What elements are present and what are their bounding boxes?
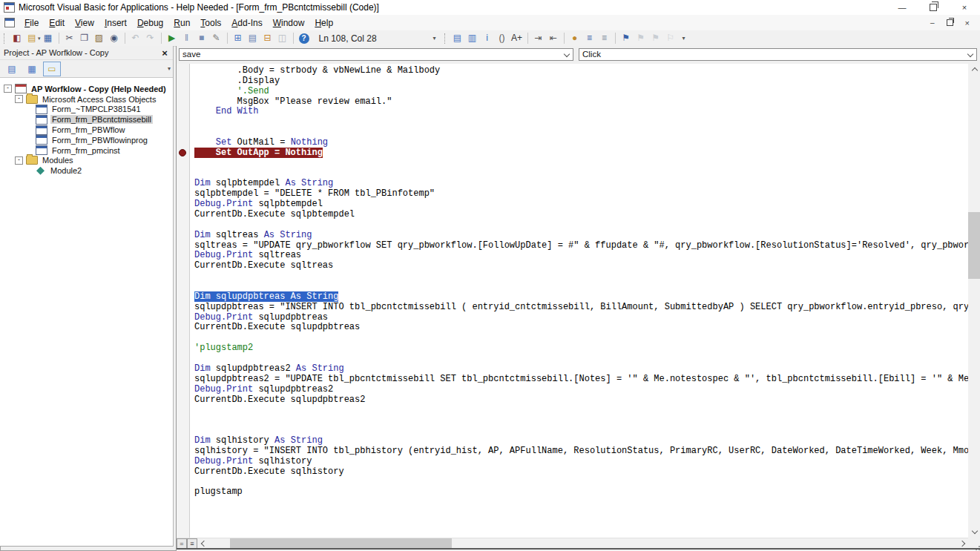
indent-icon[interactable]: ⇥ [532,32,545,44]
parameter-info-icon[interactable]: () [496,32,509,44]
clear-bookmarks-icon[interactable]: ⚐ [664,32,677,44]
code-line [194,128,968,138]
undo-icon[interactable]: ↶ [129,32,142,44]
object-dropdown-value: save [182,50,200,59]
object-browser-icon[interactable]: ◫ [276,32,289,44]
minimize-button[interactable]: — [887,0,918,15]
code-line [194,169,968,179]
tree-item-form-frm-pbwflowinprog[interactable]: Form_frm_PBWflowinprog [0,135,173,145]
copy-icon[interactable]: ❐ [78,32,91,44]
list-properties-icon[interactable]: ▤ [451,32,464,44]
toggle-breakpoint-icon[interactable]: ● [568,32,582,44]
project-panel-close-icon[interactable]: × [158,47,171,59]
full-module-view-button[interactable]: ≡ [187,538,197,549]
scroll-up-button[interactable] [968,64,980,75]
menu-window[interactable]: Window [268,16,310,30]
menu-edit[interactable]: Edit [44,16,70,30]
toolbar-separator [125,33,125,44]
toolbar-separator [59,33,59,44]
find-icon[interactable]: ◉ [108,32,121,44]
dropdown-caret-icon[interactable]: ▾ [38,36,41,42]
previous-bookmark-icon[interactable]: ⚑ [649,32,662,44]
child-minimize-button[interactable]: – [930,19,935,27]
project-toolbar-overflow-icon[interactable]: ▾ [168,65,171,72]
view-object-icon[interactable]: ▦ [23,62,41,76]
horizontal-scrollbar-thumb[interactable] [230,538,452,549]
collapse-expander-icon[interactable]: - [15,95,23,103]
paste-icon[interactable]: ▨ [93,32,106,44]
collapse-expander-icon[interactable]: - [15,156,23,165]
quick-info-icon[interactable]: i [481,32,494,44]
list-constants-icon[interactable]: ▥ [466,32,479,44]
vertical-scrollbar[interactable] [968,64,980,538]
chevron-down-icon [967,51,973,57]
menu-help[interactable]: Help [309,16,338,30]
breakpoint-indicator-icon[interactable] [179,149,186,156]
procedure-dropdown[interactable]: Click [579,48,977,61]
code-line: .Body = strbody & vbNewLine & Mailbody [194,66,968,76]
tree-item-modules[interactable]: -Modules [0,156,173,166]
tree-item-form-frm-pbcntctmissebill[interactable]: Form_frm_PBcntctmissebill [0,114,173,125]
view-code-icon[interactable]: ▤ [3,62,21,76]
object-dropdown[interactable]: save [179,48,573,61]
next-bookmark-icon[interactable]: ⚑ [634,32,648,44]
tree-item-microsoft-access-class-objects[interactable]: -Microsoft Access Class Objects [0,94,173,105]
child-close-button[interactable]: × [965,19,970,27]
horizontal-scrollbar[interactable]: = ≡ [177,538,968,549]
uncomment-block-icon[interactable]: ≡ [598,32,611,44]
scroll-down-button[interactable] [968,527,980,538]
tree-item-form-frm-pbwflow[interactable]: Form_frm_PBWflow [0,125,173,135]
edit-toolbar-grip[interactable] [444,33,447,44]
close-button[interactable]: × [949,0,980,15]
help-icon[interactable]: ? [299,33,309,44]
toolbox-icon[interactable]: ⊟ [261,32,274,44]
code-line: sqlupdpbtreas = "INSERT INTO tbl_pbcntct… [194,303,968,313]
tree-item-form-frm-pmcinst[interactable]: Form_frm_pmcinst [0,145,173,156]
child-restore-button[interactable] [947,19,953,26]
code-editor-area[interactable]: .Body = strbody & vbNewLine & Mailbody .… [177,64,968,538]
toolbar-grip[interactable] [4,33,7,44]
tree-item-ap-worfklow-copy-help-needed-[interactable]: -AP Worfklow - Copy (Help Needed) [0,84,173,94]
scroll-left-button[interactable] [197,538,208,549]
restore-button[interactable] [918,0,949,15]
tree-item-module2[interactable]: Module2 [0,165,173,176]
menu-view[interactable]: View [70,16,99,30]
redo-icon[interactable]: ↷ [144,32,157,44]
properties-window-icon[interactable]: ▤ [246,32,260,44]
run-icon[interactable]: ▶ [165,32,179,44]
comment-block-icon[interactable]: ≡ [583,32,596,44]
menu-addins[interactable]: Add-Ins [226,16,267,30]
menu-insert[interactable]: Insert [99,16,132,30]
scroll-right-button[interactable] [958,538,968,549]
break-icon[interactable]: ‖ [180,32,194,44]
view-microsoft-access-icon[interactable]: ◧ [10,32,24,44]
reset-icon[interactable]: ■ [195,32,208,44]
child-window-icon[interactable] [4,18,15,27]
collapse-expander-icon[interactable]: - [4,85,12,93]
vertical-scrollbar-thumb[interactable] [968,212,980,279]
complete-word-icon[interactable]: A+ [510,32,524,44]
horizontal-scrollbar-track[interactable] [208,538,958,549]
margin-indicator-bar[interactable] [177,64,190,538]
procedure-view-button[interactable]: = [177,538,187,549]
project-explorer-icon[interactable]: ⊞ [231,32,245,44]
menu-debug[interactable]: Debug [132,16,168,30]
tree-item-form-tmpclp381541[interactable]: Form_~TMPCLP381541 [0,105,173,115]
code-line [194,415,968,426]
toggle-bookmark-icon[interactable]: ⚑ [619,32,633,44]
project-tree: -AP Worfklow - Copy (Help Needed)-Micros… [0,77,173,546]
cut-icon[interactable]: ✂ [63,32,76,44]
insert-userform-icon[interactable]: ▤ [25,32,39,44]
outdent-icon[interactable]: ⇤ [547,32,560,44]
edit-toolbar-overflow-icon[interactable]: ▾ [683,35,685,42]
vba-app-icon [4,2,15,13]
save-icon[interactable]: ▦ [42,32,55,44]
menu-run[interactable]: Run [168,16,195,30]
design-mode-icon[interactable]: ✎ [210,32,223,44]
toolbar-overflow-icon[interactable]: ▾ [433,35,436,42]
toggle-folders-icon[interactable]: ▭ [43,62,61,76]
code-header-row: save Click [177,46,980,65]
menu-tools[interactable]: Tools [195,16,226,30]
menu-file[interactable]: File [19,16,44,30]
code-line: Set OutApp = Nothing [194,148,968,159]
